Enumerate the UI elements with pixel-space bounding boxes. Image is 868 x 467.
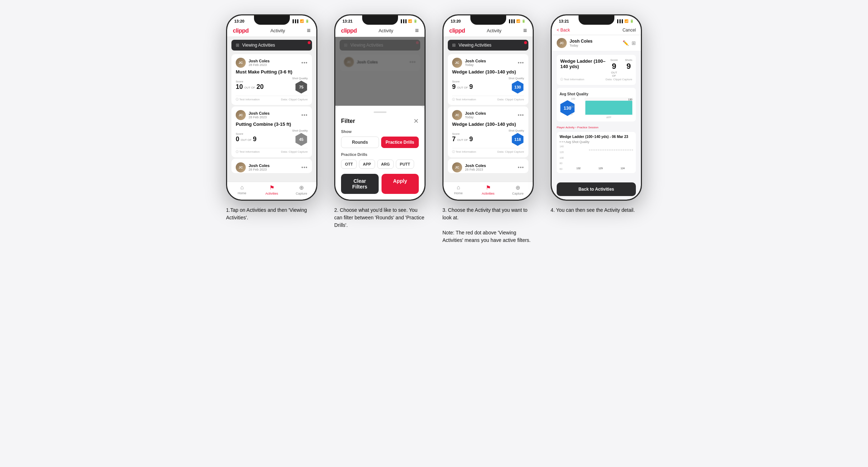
menu-icon-3[interactable]: ≡	[523, 27, 527, 34]
phone-4-screen: 13:21 ▐▐▐ 📶 🔋 < Back Cancel	[552, 15, 641, 200]
avg-sq-area-4: Avg Shot Quality 130 100 50 0	[557, 88, 636, 121]
footer-right-1-1: Data: Clippd Capture	[281, 98, 308, 101]
card-stats-1-1: Score 10 OUT OF 20 Shot Quality	[236, 77, 308, 94]
score-label-1-1: Score	[236, 80, 264, 83]
phone-4-column: 13:21 ▐▐▐ 📶 🔋 < Back Cancel	[548, 14, 645, 214]
caption-1: 1.Tap on Activities and then 'Viewing Ac…	[226, 206, 317, 221]
filter-tabs-2: Rounds Practice Drills	[341, 137, 419, 148]
score-val-1-1: 10	[236, 83, 243, 91]
score-col-4: Score 9 OUT OF	[610, 58, 618, 77]
user-name-1-1: Josh Coles	[249, 59, 270, 63]
expand-icon-4[interactable]: ⊞	[632, 40, 636, 46]
card-title-1-1: Must Make Putting (3-6 ft)	[236, 69, 308, 75]
edit-icon-4[interactable]: ✏️	[623, 40, 629, 46]
putt-filter-2[interactable]: PUTT	[396, 159, 414, 169]
card-title-3-1: Wedge Ladder (100–140 yds)	[452, 69, 524, 75]
activity-card-1-3[interactable]: JC Josh Coles 28 Feb 2023 •••	[231, 159, 312, 173]
nav-activities-1[interactable]: ⚑ Activities	[257, 184, 287, 195]
arg-filter-2[interactable]: ARG	[377, 159, 394, 169]
home-icon-3: ⌂	[457, 184, 460, 191]
rounds-tab-2[interactable]: Rounds	[341, 137, 379, 148]
card-title-3-2: Wedge Ladder (100–140 yds)	[452, 121, 524, 127]
player-activity-tag-4: Player Activity › Practice Session	[557, 126, 636, 129]
nav-title-3: Activity	[487, 28, 502, 33]
show-label-2: Show	[341, 129, 419, 134]
screen-content-1: ⊞ Viewing Activities JC	[227, 37, 316, 200]
user-info-1-1: Josh Coles 28 Feb 2023	[249, 59, 270, 67]
nav-home-3[interactable]: ⌂ Home	[443, 184, 473, 195]
filter-header-2: Filter ✕	[341, 117, 419, 125]
ott-filter-2[interactable]: OTT	[341, 159, 357, 169]
card-header-1-3: JC Josh Coles 28 Feb 2023 •••	[236, 162, 308, 172]
phone-4-notch	[579, 15, 614, 25]
back-to-activities-btn-4[interactable]: Back to Activities	[557, 182, 636, 196]
nav-activities-3[interactable]: ⚑ Activities	[473, 184, 503, 195]
card-user-1-2: JC Josh Coles 28 Feb 2023	[236, 110, 270, 120]
shots-val-1-1: 20	[256, 83, 264, 91]
chart-bar-4	[585, 101, 632, 115]
detail-user-left-4: JC Josh Coles Today	[557, 38, 593, 48]
card-header-1-1: JC Josh Coles 28 Feb 2023 •••	[236, 58, 308, 68]
outof-1-1: OUT OF	[244, 86, 255, 91]
nav-home-1[interactable]: ⌂ Home	[227, 184, 257, 195]
card-title-1-2: Putting Combine (3-15 ft)	[236, 121, 308, 127]
shots-col-4: Shots 9	[625, 58, 632, 77]
footer-left-1-1: ⓘ Test Information	[236, 97, 260, 101]
phone-3-notch	[470, 15, 506, 25]
screen-content-3: ⊞ Viewing Activities JC Josh Coles	[443, 37, 533, 200]
practice-drills-tab-2[interactable]: Practice Drills	[381, 137, 419, 148]
capture-icon-3: ⊕	[515, 184, 520, 191]
detail-user-date-4: Today	[570, 44, 593, 47]
phone-1-column: 13:20 ▐▐▐ 📶 🔋 clippd Activity ≡	[224, 14, 320, 221]
activity-card-3-2[interactable]: JC Josh Coles Today ••• Wedge Ladder (10…	[448, 106, 528, 157]
signal-icon-3: ▐▐▐	[508, 19, 515, 23]
card-footer-1-2: ⓘ Test Information Data: Clippd Capture	[236, 148, 308, 154]
filter-handle-2	[374, 111, 387, 113]
status-icons-4: ▐▐▐ 📶 🔋	[616, 19, 634, 23]
card-user-1-1: JC Josh Coles 28 Feb 2023	[236, 58, 270, 68]
filter-close-2[interactable]: ✕	[413, 117, 419, 125]
signal-icon-2: ▐▐▐	[400, 19, 407, 23]
menu-icon-1[interactable]: ≡	[307, 27, 311, 34]
detail-user-name-4: Josh Coles	[570, 39, 593, 44]
banner-text-1: Viewing Activities	[242, 43, 308, 48]
apply-btn-2[interactable]: Apply	[382, 174, 419, 194]
filter-overlay-2: Filter ✕ Show Rounds Practice Drills Pra…	[335, 37, 425, 200]
status-icons-1: ▐▐▐ 📶 🔋	[292, 19, 309, 23]
nav-capture-3[interactable]: ⊕ Capture	[503, 184, 533, 195]
sub-card-4: Wedge Ladder (100–140 yds) - 06 Mar 23 •…	[557, 132, 636, 173]
nav-capture-1[interactable]: ⊕ Capture	[287, 184, 316, 195]
sq-badge-3-1: 130	[511, 81, 524, 94]
activity-card-1-2[interactable]: JC Josh Coles 28 Feb 2023 ••• Putting Co…	[231, 106, 312, 157]
activity-card-1-1[interactable]: JC Josh Coles 28 Feb 2023 ••• Must Make …	[231, 54, 312, 105]
wifi-icon-1: 📶	[300, 19, 304, 23]
nav-bar-1: clippd Activity ≡	[227, 25, 316, 37]
more-dots-1-1[interactable]: •••	[301, 60, 308, 66]
score-group-1-1: Score 10 OUT OF 20	[236, 80, 264, 91]
phone-4-frame: 13:21 ▐▐▐ 📶 🔋 < Back Cancel	[551, 14, 642, 201]
caption-4: 4. You can then see the Activity detail.	[551, 206, 642, 214]
viewing-activities-banner-1[interactable]: ⊞ Viewing Activities	[231, 40, 312, 51]
practice-label-2: Practice Drills	[341, 152, 419, 157]
battery-icon-4: 🔋	[630, 19, 634, 23]
filter-backdrop-2[interactable]	[335, 37, 425, 106]
dashed-line-4	[589, 150, 633, 150]
viewing-activities-banner-3[interactable]: ⊞ Viewing Activities	[448, 40, 528, 51]
nav-title-2: Activity	[379, 28, 393, 33]
back-btn-4[interactable]: < Back	[557, 28, 570, 33]
activity-card-3-3[interactable]: JC Josh Coles 28 Feb 2023 •••	[448, 159, 528, 173]
app-filter-2[interactable]: APP	[359, 159, 375, 169]
status-icons-2: ▐▐▐ 📶 🔋	[400, 19, 417, 23]
clear-filters-btn-2[interactable]: Clear Filters	[341, 174, 379, 194]
home-icon-1: ⌂	[240, 184, 244, 191]
phone-2-notch	[362, 15, 398, 25]
menu-icon-2[interactable]: ≡	[415, 27, 419, 34]
phone-2-screen: 13:21 ▐▐▐ 📶 🔋 clippd Activity ≡	[335, 15, 425, 200]
banner-icon-1: ⊞	[236, 43, 239, 48]
more-dots-1-2[interactable]: •••	[301, 112, 308, 118]
drill-title-4: Wedge Ladder (100–140 yds)	[560, 58, 607, 69]
cancel-btn-4[interactable]: Cancel	[623, 28, 636, 33]
detail-nav-4: < Back Cancel	[552, 25, 641, 35]
sq-label-1-1: Shot Quality	[292, 77, 308, 80]
activity-card-3-1[interactable]: JC Josh Coles Today ••• Wedge Ladder (10…	[448, 54, 528, 105]
